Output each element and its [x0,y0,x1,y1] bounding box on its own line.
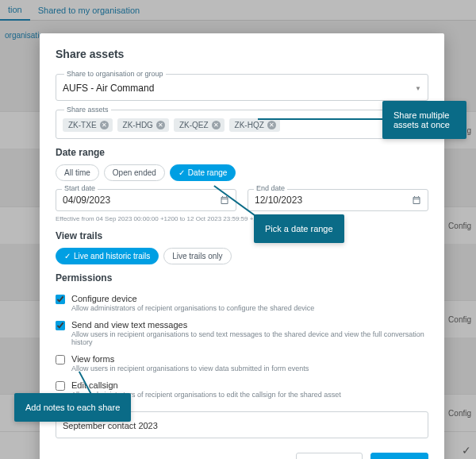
perm-title-text: Edit callsign [71,380,341,390]
perm-checkbox[interactable] [56,295,65,304]
asset-chip[interactable]: ZK-HDG✕ [117,118,169,132]
asset-chip-label: ZK-TXE [68,121,97,129]
perm-title-text: View forms [71,354,309,364]
remove-icon[interactable]: ✕ [156,121,165,129]
chevron-down-icon: ▼ [415,85,421,92]
permissions-title: Permissions [56,272,428,284]
asset-chip-label: ZK-QEZ [179,121,209,129]
asset-chip[interactable]: ZK-TXE✕ [63,118,113,132]
start-date-label: Start date [62,184,98,192]
remove-icon[interactable]: ✕ [267,121,276,129]
perm-send-view-messages: Send and view text messagesAllow users i… [56,316,428,350]
perm-title-text: Send and view text messages [71,320,428,330]
check-icon: ✓ [64,252,71,260]
callout-notes: Add notes to each share [14,393,131,422]
perm-title-text: Configure device [71,294,314,303]
pill-live-only[interactable]: Live trails only [163,248,231,264]
pill-label: Live and historic trails [74,252,150,260]
org-select-label: Share to organisation or group [64,70,166,78]
asset-chip[interactable]: ZK-HQZ✕ [229,118,280,132]
remove-icon[interactable]: ✕ [100,121,109,129]
effective-range-text: Effective from 04 Sep 2023 00:00:00 +120… [56,215,428,222]
cancel-button[interactable]: Cancel [296,453,362,459]
perm-subtext: Allow users in recipient organisations t… [71,364,309,372]
start-date-field[interactable]: Start date 04/09/2023 [56,189,236,211]
note-input[interactable] [63,421,421,430]
end-date-field[interactable]: End date 12/10/2023 [248,189,428,211]
pill-live-historic[interactable]: ✓Live and historic trails [56,248,159,264]
pill-label: Date range [188,168,227,177]
start-date-value: 04/09/2023 [63,195,110,206]
perm-view-forms: View formsAllow users in recipient organ… [56,350,428,376]
perm-checkbox[interactable] [56,381,65,391]
trails-title: View trails [56,230,428,241]
callout-share-multiple: Share multiple assets at once [382,101,466,139]
pill-open-ended[interactable]: Open ended [104,164,165,181]
daterange-title: Date range [56,147,428,158]
perm-configure-device: Configure deviceAllow administrators of … [56,290,428,316]
modal-title: Share assets [56,48,428,60]
asset-chip-label: ZK-HDG [123,121,153,129]
org-select[interactable]: Share to organisation or group AUFS - Ai… [56,70,428,101]
end-date-value: 12/10/2023 [255,195,302,206]
pill-date-range[interactable]: ✓Date range [170,164,236,181]
assets-label: Share assets [64,106,111,114]
save-button[interactable]: Save [370,453,428,459]
perm-subtext: Allow users in recipient organisations t… [71,330,428,346]
asset-chip[interactable]: ZK-QEZ✕ [174,118,225,132]
pill-all-time[interactable]: All time [56,164,99,181]
callout-line [258,118,382,120]
check-icon: ✓ [178,168,185,177]
calendar-icon[interactable] [412,195,421,205]
perm-checkbox[interactable] [56,321,65,330]
callout-date-range: Pick a date range [254,214,344,243]
remove-icon[interactable]: ✕ [212,121,221,129]
assets-chips-field[interactable]: Share assets ZK-TXE✕ ZK-HDG✕ ZK-QEZ✕ ZK-… [56,106,428,139]
end-date-label: End date [254,184,287,192]
perm-checkbox[interactable] [56,355,65,364]
asset-chip-label: ZK-HQZ [235,121,264,129]
org-select-value: AUFS - Air Command [63,83,154,94]
perm-subtext: Allow administrators of recipient organi… [71,304,314,312]
